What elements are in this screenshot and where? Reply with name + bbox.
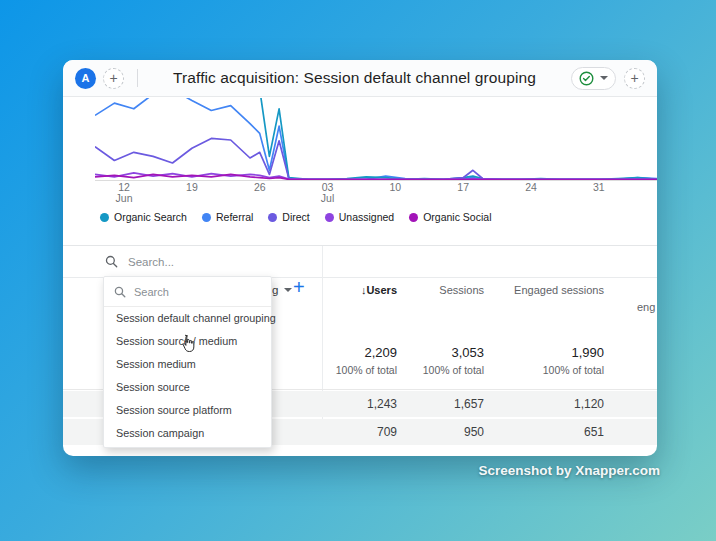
add-tab-right-button[interactable]: +	[624, 68, 645, 89]
column-header-engaged-sessions[interactable]: Engaged sessions	[514, 284, 604, 296]
chevron-down-icon	[284, 288, 292, 292]
legend-dot-icon	[409, 213, 418, 222]
column-header-sessions[interactable]: Sessions	[439, 284, 484, 296]
legend-dot-icon	[325, 213, 334, 222]
clipped-column-header-fragment: eng	[637, 301, 655, 313]
hand-cursor-icon	[180, 334, 196, 358]
dropdown-item-session-campaign[interactable]: Session campaign	[104, 422, 271, 445]
table-cell: 1,120	[574, 391, 604, 417]
total-sessions-subtext: 100% of total	[423, 364, 484, 376]
x-tick: 19	[186, 182, 198, 193]
page-title: Traffic acquisition: Session default cha…	[138, 69, 571, 87]
chevron-down-icon	[600, 76, 608, 80]
dropdown-search-input[interactable]	[134, 286, 254, 298]
chart-legend: Organic SearchReferralDirectUnassignedOr…	[100, 211, 491, 223]
total-engaged-subtext: 100% of total	[543, 364, 604, 376]
dropdown-item-session-source[interactable]: Session source	[104, 376, 271, 399]
dimension-selector-visible-fragment[interactable]: g	[272, 284, 292, 296]
legend-item-referral: Referral	[202, 211, 253, 223]
dropdown-item-session-default-channel-grouping[interactable]: Session default channel grouping	[104, 307, 271, 330]
legend-item-organic-social: Organic Social	[409, 211, 491, 223]
saved-status-pill[interactable]	[571, 67, 616, 90]
check-circle-icon	[579, 71, 594, 86]
total-engaged-sessions: 1,990	[571, 345, 604, 360]
column-header-users[interactable]: ↓Users	[361, 284, 397, 296]
legend-item-unassigned: Unassigned	[325, 211, 394, 223]
legend-dot-icon	[100, 213, 109, 222]
traffic-line-chart	[95, 98, 657, 181]
x-axis-labels: 12Jun192603Jul10172431	[63, 182, 657, 206]
dimension-dropdown-menu: Session default channel groupingSession …	[103, 276, 272, 448]
dropdown-item-session-source-platform[interactable]: Session source platform	[104, 399, 271, 422]
x-tick: 26	[254, 182, 266, 193]
total-users-subtext: 100% of total	[336, 364, 397, 376]
total-sessions: 3,053	[451, 345, 484, 360]
x-axis-line	[95, 180, 657, 181]
x-tick: 31	[593, 182, 605, 193]
series-line-direct	[95, 138, 657, 179]
search-icon	[114, 286, 126, 298]
legend-item-organic-search: Organic Search	[100, 211, 187, 223]
total-users: 2,209	[364, 345, 397, 360]
avatar[interactable]: A	[75, 68, 96, 89]
xnapper-watermark: Screenshot by Xnapper.com	[478, 463, 660, 478]
series-line-referral	[95, 98, 657, 179]
x-tick: 17	[457, 182, 469, 193]
x-tick: 12Jun	[116, 182, 133, 204]
x-tick: 10	[390, 182, 402, 193]
desktop-background: A + Traffic acquisition: Session default…	[0, 0, 716, 541]
legend-dot-icon	[202, 213, 211, 222]
x-tick: 24	[525, 182, 537, 193]
table-cell: 1,243	[367, 391, 397, 417]
table-search-row	[63, 246, 657, 278]
search-icon	[105, 255, 118, 268]
table-cell: 651	[584, 419, 604, 445]
table-search-input[interactable]	[128, 256, 328, 268]
dropdown-search-row	[104, 277, 271, 307]
x-tick: 03Jul	[321, 182, 334, 204]
legend-dot-icon	[268, 213, 277, 222]
add-tab-left-button[interactable]: +	[103, 68, 124, 89]
legend-item-direct: Direct	[268, 211, 309, 223]
table-cell: 950	[464, 419, 484, 445]
table-cell: 1,657	[454, 391, 484, 417]
window-header: A + Traffic acquisition: Session default…	[63, 60, 657, 97]
table-cell: 709	[377, 419, 397, 445]
series-line-organic-search	[95, 98, 657, 179]
analytics-report-window: A + Traffic acquisition: Session default…	[63, 60, 657, 456]
add-dimension-button[interactable]: +	[293, 276, 305, 299]
